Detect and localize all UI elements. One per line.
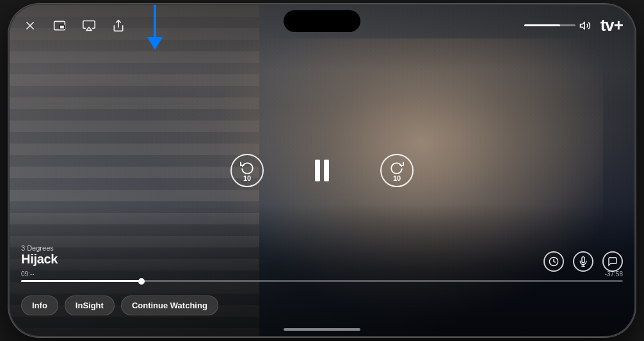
airplay-button[interactable] [80,17,98,35]
dynamic-island [284,10,360,32]
rewind-icon [240,160,254,174]
svg-marker-5 [86,27,92,30]
time-current: 09:-- [21,270,35,278]
svg-marker-7 [580,22,584,29]
power-button[interactable] [634,114,636,165]
volume-control[interactable] [524,20,591,31]
info-button[interactable]: Info [21,295,58,315]
show-info: 3 Degrees Hijack [21,244,623,267]
continue-watching-button[interactable]: Continue Watching [121,295,218,315]
blue-arrow-indicator [147,5,163,50]
episode-label: 3 Degrees [21,244,623,252]
airplay-icon [83,19,95,32]
top-right-controls: tv+ [524,15,623,35]
insight-button[interactable]: InSight [65,295,115,315]
bottom-action-buttons: Info InSight Continue Watching [21,295,218,315]
volume-icon [579,20,591,31]
appletv-logo: tv+ [599,15,623,35]
pip-icon [53,19,66,32]
arrow-head [147,37,163,50]
pause-button[interactable] [315,160,329,181]
volume-track [524,24,576,26]
arrow-line [154,5,156,37]
close-icon [24,19,36,32]
pause-bar-left [315,160,320,181]
forward-button[interactable]: 10 [380,154,414,187]
forward-seconds: 10 [393,174,401,182]
time-remaining: -37:58 [605,270,623,278]
share-icon [112,19,125,32]
pip-button[interactable] [51,17,68,35]
phone-frame: tv+ 10 10 [8,4,636,337]
svg-rect-3 [60,25,65,29]
home-indicator [284,328,360,331]
center-playback-controls: 10 10 [230,154,414,187]
top-left-controls [21,17,127,35]
tv-plus-text: tv+ [600,15,623,35]
progress-track[interactable] [21,280,623,282]
rewind-button[interactable]: 10 [230,154,264,187]
close-button[interactable] [21,17,39,35]
forward-icon [390,160,404,174]
progress-handle[interactable] [138,278,145,285]
time-labels: 09:-- -37:58 [21,270,623,278]
share-button[interactable] [109,17,127,35]
rewind-seconds: 10 [243,174,251,182]
volume-fill [524,24,560,26]
progress-area: 3 Degrees Hijack 09:-- -37:58 [10,244,634,285]
pause-bar-right [324,160,329,181]
progress-fill [21,280,141,282]
show-title: Hijack [21,252,623,267]
